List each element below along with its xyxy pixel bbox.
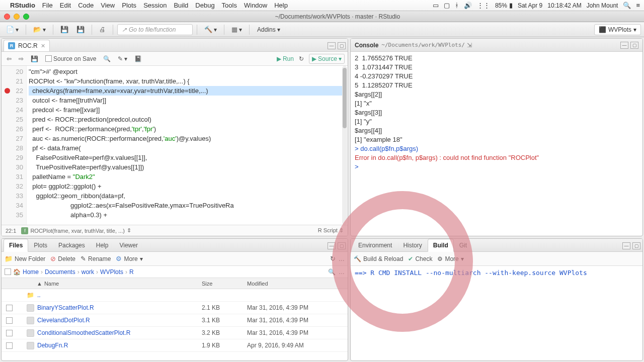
col-modified[interactable]: Modified <box>247 281 348 287</box>
wand-button[interactable]: ✎▾ <box>116 54 129 63</box>
open-file-button[interactable]: 📂▾ <box>30 24 49 35</box>
date[interactable]: Sat Apr 9 <box>518 2 542 9</box>
notifications-icon[interactable]: ≡ <box>636 2 640 9</box>
rename-button[interactable]: ✎Rename <box>80 255 111 262</box>
menu-view[interactable]: View <box>101 2 115 9</box>
back-button[interactable]: ⇦ <box>5 54 14 63</box>
save-button[interactable]: 💾 <box>57 24 71 35</box>
project-menu[interactable]: ⬛WVPlots ▾ <box>594 24 641 35</box>
col-name[interactable]: ▲ Name <box>17 281 202 287</box>
find-button[interactable]: 🔍 <box>101 54 113 63</box>
crumb-home[interactable]: Home <box>23 268 39 276</box>
source-on-save-checkbox[interactable]: Source on Save <box>43 54 98 63</box>
file-row[interactable]: BinaryYScatterPlot.R 2.1 KB Mar 31, 2016… <box>2 302 348 314</box>
delete-button[interactable]: ⊘Delete <box>50 255 75 262</box>
file-checkbox[interactable] <box>6 305 13 311</box>
editor-tab[interactable]: R ROC.R ✕ <box>4 40 50 51</box>
wd-popout-icon[interactable]: ⇲ <box>467 42 472 49</box>
minimize-pane-button[interactable]: — <box>328 42 336 49</box>
select-all-checkbox[interactable] <box>5 268 11 275</box>
airplay-icon[interactable]: ▢ <box>444 2 450 9</box>
crumb-wvplots[interactable]: WVPlots <box>100 268 123 276</box>
minimize-console-button[interactable]: — <box>620 42 628 49</box>
battery-status[interactable]: 85%▮ <box>495 2 513 9</box>
save-file-button[interactable]: 💾 <box>29 54 40 63</box>
file-checkbox[interactable] <box>6 330 13 336</box>
maximize-files-button[interactable]: ▢ <box>338 242 346 249</box>
menu-file[interactable]: File <box>42 2 53 9</box>
time[interactable]: 10:18:42 AM <box>547 2 581 9</box>
forward-button[interactable]: ⇨ <box>17 54 26 63</box>
tab-history[interactable]: History <box>397 239 427 251</box>
tab-environment[interactable]: Environment <box>353 239 397 251</box>
source-button[interactable]: ▶Source ▾ <box>309 54 345 64</box>
tab-plots[interactable]: Plots <box>28 239 53 251</box>
tab-viewer[interactable]: Viewer <box>114 239 143 251</box>
home-icon[interactable]: 🏠 <box>13 268 21 276</box>
maximize-build-button[interactable]: ▢ <box>632 242 640 249</box>
menu-edit[interactable]: Edit <box>60 2 71 9</box>
spotlight-icon[interactable]: 🔍 <box>623 2 631 9</box>
file-checkbox[interactable] <box>6 342 13 349</box>
wifi-icon[interactable]: ⋮⋮ <box>477 2 490 9</box>
tab-files[interactable]: Files <box>4 239 28 252</box>
check-button[interactable]: ✔Check <box>408 255 432 262</box>
up-dir-row[interactable]: 📁.. <box>2 289 348 302</box>
menu-debug[interactable]: Debug <box>195 2 214 9</box>
run-button[interactable]: ▶Run <box>277 55 294 62</box>
tools-button[interactable]: 🔨▾ <box>201 24 220 35</box>
minimize-build-button[interactable]: — <box>622 242 630 249</box>
volume-icon[interactable]: 🔊 <box>464 2 472 9</box>
menu-help[interactable]: Help <box>274 2 288 9</box>
goto-dir-button[interactable]: 🔍 <box>328 268 336 276</box>
files-options-button[interactable]: … <box>339 268 345 276</box>
more-build-button[interactable]: ⚙More ▾ <box>437 255 463 262</box>
maximize-console-button[interactable]: ▢ <box>630 42 638 49</box>
menu-build[interactable]: Build <box>174 2 188 9</box>
file-row[interactable]: ClevelandDotPlot.R 3.1 KB Mar 31, 2016, … <box>2 314 348 327</box>
save-all-button[interactable]: 💾 <box>73 24 88 35</box>
menu-code[interactable]: Code <box>78 2 94 9</box>
tab-git[interactable]: Git <box>454 239 472 251</box>
col-size[interactable]: Size <box>202 281 247 287</box>
refresh-files-button[interactable]: ↻ <box>330 255 336 262</box>
crumb-documents[interactable]: Documents <box>45 268 75 276</box>
new-folder-button[interactable]: 📁New Folder <box>5 255 45 262</box>
file-row[interactable]: DebugFn.R 1.9 KB Apr 9, 2016, 9:49 AM <box>2 339 348 352</box>
file-checkbox[interactable] <box>6 317 13 324</box>
tab-build[interactable]: Build <box>428 239 454 252</box>
user-name[interactable]: John Mount <box>587 2 618 9</box>
menu-tools[interactable]: Tools <box>222 2 237 9</box>
files-more-menu[interactable]: … <box>339 255 345 262</box>
rerun-button[interactable]: ↻ <box>297 54 306 63</box>
new-file-button[interactable]: 📄▾ <box>3 24 22 35</box>
goto-function-input[interactable]: ↗Go to file/function <box>117 24 193 35</box>
minimize-files-button[interactable]: — <box>328 242 336 249</box>
code-editor[interactable]: 20212223242526272829303132333435 "cm">#'… <box>2 66 348 225</box>
language-selector[interactable]: R Script ⇕ <box>318 227 344 234</box>
build-reload-button[interactable]: 🔨Build & Reload <box>354 255 403 262</box>
menu-window[interactable]: Window <box>244 2 267 9</box>
maximize-pane-button[interactable]: ▢ <box>338 42 346 49</box>
menu-plots[interactable]: Plots <box>122 2 136 9</box>
console-body[interactable]: 2 1.7655276 TRUE3 1.0731447 TRUE4 -0.237… <box>351 52 642 236</box>
grid-button[interactable]: ▦▾ <box>228 24 245 35</box>
bluetooth-icon[interactable]: ᚼ <box>455 2 459 9</box>
tab-help[interactable]: Help <box>91 239 114 251</box>
menu-session[interactable]: Session <box>143 2 167 9</box>
tab-packages[interactable]: Packages <box>53 239 91 251</box>
file-row[interactable]: ConditionalSmoothedScatterPlot.R 3.2 KB … <box>2 327 348 339</box>
close-button[interactable] <box>4 14 10 20</box>
print-button[interactable]: 🖨 <box>96 24 109 35</box>
compile-button[interactable]: 📓 <box>132 54 144 63</box>
function-outline[interactable]: fROCPlot(frame, xvar, truthVar, title, .… <box>21 227 131 234</box>
crumb-work[interactable]: work <box>82 268 94 276</box>
more-files-button[interactable]: ⚙More ▾ <box>116 255 142 262</box>
addins-button[interactable]: Addins ▾ <box>254 24 284 35</box>
zoom-button[interactable] <box>23 14 29 20</box>
screencast-icon[interactable]: ▭ <box>433 2 439 9</box>
minimize-button[interactable] <box>14 14 20 20</box>
close-tab-icon[interactable]: ✕ <box>41 43 45 49</box>
crumb-r[interactable]: R <box>129 268 134 276</box>
app-name[interactable]: RStudio <box>10 2 35 9</box>
